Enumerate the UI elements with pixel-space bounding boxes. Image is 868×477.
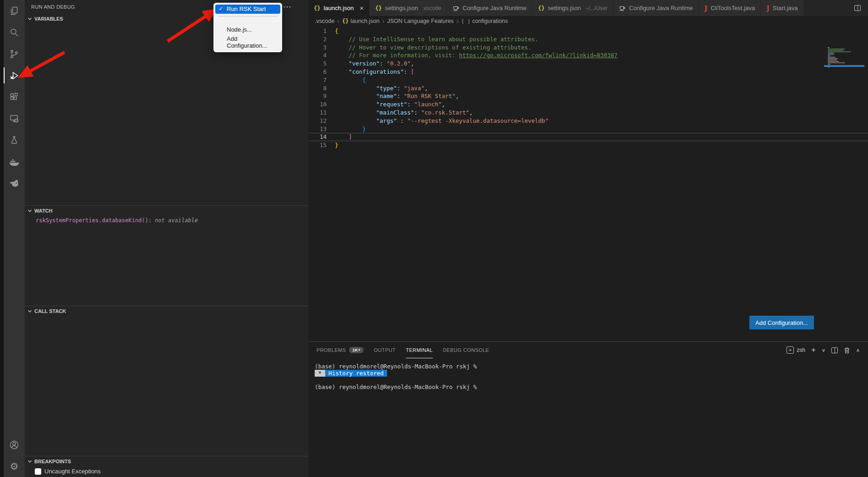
breakpoint-item-label: Uncaught Exceptions [44, 468, 101, 475]
line-number[interactable]: 7 [308, 76, 327, 84]
search-icon[interactable] [4, 22, 25, 43]
popup-item-add-configuration[interactable]: Add Configuration... [215, 34, 280, 50]
call-stack-section: CALL STACK [25, 306, 308, 456]
line-number[interactable]: 6 [308, 68, 327, 76]
tab-label: CliToolsTest.java [710, 5, 755, 11]
breadcrumb-item-label: configurations [472, 18, 508, 24]
uncaught-exceptions-checkbox[interactable] [35, 468, 41, 475]
minimap-row-wrap [828, 47, 861, 48]
call-stack-section-header[interactable]: CALL STACK [25, 306, 308, 316]
code-token [335, 117, 376, 124]
code-token: "--regtest -Xkeyvalue.datasource=leveldb… [407, 117, 549, 124]
line-number[interactable]: 3 [308, 44, 327, 52]
editor-tab[interactable]: {}settings.json~/.../User [533, 0, 614, 16]
line-number[interactable]: 8 [308, 84, 327, 93]
code-line: 15} [308, 141, 868, 149]
minimap-line [828, 64, 830, 65]
minimap-line [828, 47, 830, 48]
panel-tab-terminal[interactable]: TERMINAL [406, 342, 433, 358]
code-token [335, 77, 362, 83]
editor-tab[interactable]: JCliToolsTest.java [699, 0, 761, 16]
code-line: 2 // Use IntelliSense to learn about pos… [308, 35, 868, 44]
remote-explorer-icon[interactable] [4, 108, 25, 129]
watch-section: WATCH rskSystemProperties.databaseKind()… [25, 205, 308, 306]
run-and-debug-icon[interactable] [4, 65, 25, 86]
terminal-dropdown-chevron-icon[interactable]: ∨ [822, 347, 825, 353]
source-control-icon[interactable] [4, 43, 25, 65]
extensions-icon[interactable] [4, 86, 25, 108]
add-configuration-button[interactable]: Add Configuration... [749, 316, 814, 329]
more-actions-icon[interactable]: ⋯ [283, 2, 292, 12]
watch-expression-item[interactable]: rskSystemProperties.databaseKind(): not … [25, 216, 308, 224]
panel-tab-debug-console[interactable]: DEBUG CONSOLE [443, 342, 489, 358]
breadcrumb-item-label: .vscode [315, 18, 334, 24]
popup-item-run-rsk-start[interactable]: ✓ Run RSK Start [215, 5, 280, 14]
split-terminal-icon[interactable] [831, 347, 838, 353]
line-number[interactable]: 2 [308, 35, 327, 44]
line-number[interactable]: 14 [308, 133, 327, 141]
java-file-icon: J [704, 5, 708, 12]
explorer-icon[interactable] [4, 0, 25, 22]
breadcrumb-item[interactable]: JSON Language Features [387, 18, 453, 24]
popup-selected-label: Run RSK Start [227, 5, 266, 12]
watch-section-header[interactable]: WATCH [25, 206, 308, 216]
editor-tab[interactable]: {}launch.json× [308, 0, 370, 16]
code-token: "mainClass" [376, 109, 414, 116]
line-number[interactable]: 4 [308, 51, 327, 60]
account-icon[interactable] [4, 434, 25, 455]
run-and-debug-sidebar: RUN AND DEBUG ⚙ ⋯ ▷ VARIABLES WATCH rskS… [25, 0, 308, 477]
line-number[interactable]: 10 [308, 100, 327, 109]
line-number[interactable]: 5 [308, 60, 327, 68]
code-token: { [362, 77, 366, 83]
editor-tab[interactable]: Configure Java Runtime [447, 0, 532, 16]
code-line-text: } [327, 125, 366, 133]
breadcrumb-item[interactable]: [ ]configurations [461, 18, 508, 24]
settings-gear-icon[interactable]: ⚙ [4, 455, 25, 477]
line-number[interactable]: 9 [308, 92, 327, 100]
terminal-instance[interactable]: > zsh [786, 346, 805, 354]
testing-beaker-icon[interactable] [4, 129, 25, 151]
code-token [335, 133, 349, 140]
watch-value: not available [155, 217, 198, 224]
minimap-line [828, 57, 835, 58]
breadcrumb-item[interactable]: {}launch.json [342, 18, 380, 24]
editor-tab-bar: {}launch.json×{}settings.json.vscodeConf… [308, 0, 868, 16]
call-stack-label: CALL STACK [34, 308, 66, 314]
breadcrumb-separator: › [456, 17, 459, 25]
breakpoints-section-header[interactable]: BREAKPOINTS [25, 456, 308, 466]
split-editor-icon[interactable] [854, 5, 861, 11]
line-number[interactable]: 15 [308, 141, 327, 149]
gradle-elephant-icon[interactable] [4, 172, 25, 194]
code-token: "args" [376, 117, 397, 124]
maximize-panel-chevron-icon[interactable]: ∧ [856, 347, 860, 353]
problems-count-badge: 1K+ [349, 347, 364, 353]
editor-tab[interactable]: {}settings.json.vscode [370, 0, 447, 16]
panel-tab-output[interactable]: OUTPUT [374, 342, 396, 358]
code-token: // For more information, visit: [335, 52, 459, 59]
close-icon[interactable]: × [360, 4, 364, 12]
docker-whale-icon[interactable] [4, 151, 25, 172]
editor-tab[interactable]: Configure Java Runtime [613, 0, 699, 16]
panel-actions: > zsh + ∨ ∧ [786, 345, 860, 355]
code-token: "request" [376, 101, 407, 108]
panel-tab-problems[interactable]: PROBLEMS1K+ [317, 342, 364, 358]
editor-tab[interactable]: JStart.java [761, 0, 804, 16]
kill-terminal-trash-icon[interactable] [844, 347, 850, 354]
line-number[interactable]: 13 [308, 125, 327, 133]
breadcrumb-item[interactable]: .vscode [315, 18, 334, 24]
new-terminal-icon[interactable]: + [811, 345, 816, 355]
breakpoint-item: Uncaught Exceptions [25, 466, 308, 475]
minimap[interactable] [828, 47, 861, 68]
line-number[interactable]: 1 [308, 27, 327, 35]
code-editor[interactable]: 1{2 // Use IntelliSense to learn about p… [308, 26, 868, 341]
code-token: "0.2.0" [387, 60, 411, 67]
breakpoints-section: BREAKPOINTS Uncaught Exceptions [25, 456, 308, 477]
terminal-shell-icon: > [786, 346, 794, 354]
code-link[interactable]: https://go.microsoft.com/fwlink/?linkid=… [459, 52, 617, 59]
terminal-output[interactable]: (base) reynoldmorel@Reynolds-MacBook-Pro… [308, 358, 868, 477]
line-number[interactable]: 12 [308, 117, 327, 125]
popup-item-nodejs[interactable]: Node.js... [215, 25, 280, 34]
popup-gap [215, 19, 280, 25]
line-number[interactable]: 11 [308, 109, 327, 117]
minimap-line [828, 66, 830, 67]
